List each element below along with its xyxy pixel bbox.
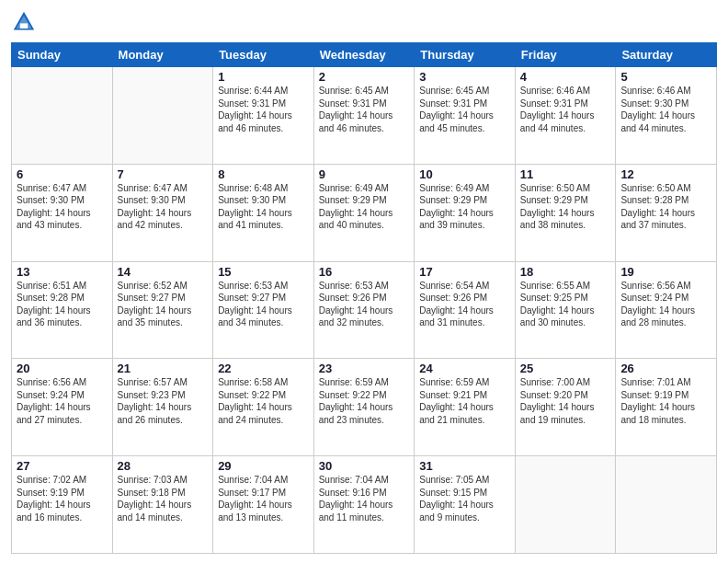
day-info: Sunrise: 6:45 AM Sunset: 9:31 PM Dayligh… (419, 85, 510, 134)
day-number: 3 (419, 70, 510, 84)
day-info: Sunrise: 6:57 AM Sunset: 9:23 PM Dayligh… (118, 376, 209, 426)
calendar-cell: 2Sunrise: 6:45 AM Sunset: 9:31 PM Daylig… (313, 67, 415, 165)
calendar-cell: 13Sunrise: 6:51 AM Sunset: 9:28 PM Dayli… (12, 261, 113, 359)
day-info: Sunrise: 6:44 AM Sunset: 9:31 PM Dayligh… (218, 85, 309, 134)
calendar-cell: 16Sunrise: 6:53 AM Sunset: 9:26 PM Dayli… (313, 261, 415, 359)
day-number: 12 (620, 167, 711, 181)
calendar-week-1: 1Sunrise: 6:44 AM Sunset: 9:31 PM Daylig… (12, 67, 717, 165)
calendar-cell: 9Sunrise: 6:49 AM Sunset: 9:29 PM Daylig… (313, 164, 415, 261)
calendar-cell: 18Sunrise: 6:55 AM Sunset: 9:25 PM Dayli… (515, 261, 616, 359)
calendar-cell: 5Sunrise: 6:46 AM Sunset: 9:30 PM Daylig… (616, 67, 717, 165)
day-info: Sunrise: 7:03 AM Sunset: 9:18 PM Dayligh… (118, 474, 209, 523)
day-number: 20 (17, 362, 108, 375)
day-number: 22 (218, 362, 309, 375)
day-info: Sunrise: 6:51 AM Sunset: 9:28 PM Dayligh… (17, 280, 108, 329)
day-info: Sunrise: 6:49 AM Sunset: 9:29 PM Dayligh… (319, 182, 410, 232)
day-header-monday: Monday (112, 43, 213, 67)
calendar-cell (616, 456, 717, 554)
day-number: 13 (17, 265, 108, 279)
calendar-cell (112, 67, 213, 165)
day-info: Sunrise: 6:47 AM Sunset: 9:30 PM Dayligh… (17, 182, 108, 232)
day-number: 15 (218, 265, 309, 279)
day-header-sunday: Sunday (12, 43, 113, 67)
calendar-cell: 21Sunrise: 6:57 AM Sunset: 9:23 PM Dayli… (112, 359, 213, 456)
calendar-cell: 6Sunrise: 6:47 AM Sunset: 9:30 PM Daylig… (12, 164, 113, 261)
day-info: Sunrise: 6:59 AM Sunset: 9:21 PM Dayligh… (419, 376, 510, 426)
calendar-header-row: SundayMondayTuesdayWednesdayThursdayFrid… (12, 43, 717, 67)
calendar-cell: 25Sunrise: 7:00 AM Sunset: 9:20 PM Dayli… (515, 359, 616, 456)
calendar-cell: 26Sunrise: 7:01 AM Sunset: 9:19 PM Dayli… (616, 359, 717, 456)
day-info: Sunrise: 7:02 AM Sunset: 9:19 PM Dayligh… (17, 474, 108, 523)
day-info: Sunrise: 6:46 AM Sunset: 9:30 PM Dayligh… (620, 85, 711, 134)
day-number: 1 (218, 70, 309, 84)
calendar-cell: 3Sunrise: 6:45 AM Sunset: 9:31 PM Daylig… (415, 67, 516, 165)
calendar-cell: 11Sunrise: 6:50 AM Sunset: 9:29 PM Dayli… (515, 164, 616, 261)
day-info: Sunrise: 6:53 AM Sunset: 9:27 PM Dayligh… (218, 280, 309, 329)
calendar-cell: 15Sunrise: 6:53 AM Sunset: 9:27 PM Dayli… (213, 261, 314, 359)
day-info: Sunrise: 6:49 AM Sunset: 9:29 PM Dayligh… (419, 182, 510, 232)
calendar-cell: 29Sunrise: 7:04 AM Sunset: 9:17 PM Dayli… (213, 456, 314, 554)
logo (11, 9, 40, 35)
calendar-cell (515, 456, 616, 554)
day-header-wednesday: Wednesday (313, 43, 415, 67)
day-number: 14 (118, 265, 209, 279)
day-info: Sunrise: 6:46 AM Sunset: 9:31 PM Dayligh… (520, 85, 611, 134)
day-info: Sunrise: 6:54 AM Sunset: 9:26 PM Dayligh… (419, 280, 510, 329)
day-header-saturday: Saturday (616, 43, 717, 67)
day-number: 2 (319, 70, 410, 84)
calendar-cell: 27Sunrise: 7:02 AM Sunset: 9:19 PM Dayli… (12, 456, 113, 554)
day-info: Sunrise: 6:59 AM Sunset: 9:22 PM Dayligh… (319, 376, 410, 426)
calendar-cell: 4Sunrise: 6:46 AM Sunset: 9:31 PM Daylig… (515, 67, 616, 165)
day-header-thursday: Thursday (415, 43, 516, 67)
day-number: 6 (17, 167, 108, 181)
day-number: 21 (118, 362, 209, 375)
day-info: Sunrise: 7:04 AM Sunset: 9:17 PM Dayligh… (218, 474, 309, 523)
calendar-week-5: 27Sunrise: 7:02 AM Sunset: 9:19 PM Dayli… (12, 456, 717, 554)
day-number: 7 (118, 167, 209, 181)
day-number: 29 (218, 459, 309, 473)
day-info: Sunrise: 6:52 AM Sunset: 9:27 PM Dayligh… (118, 280, 209, 329)
calendar-cell: 1Sunrise: 6:44 AM Sunset: 9:31 PM Daylig… (213, 67, 314, 165)
day-number: 9 (319, 167, 410, 181)
calendar-cell: 31Sunrise: 7:05 AM Sunset: 9:15 PM Dayli… (415, 456, 516, 554)
day-number: 8 (218, 167, 309, 181)
day-number: 10 (419, 167, 510, 181)
day-info: Sunrise: 6:48 AM Sunset: 9:30 PM Dayligh… (218, 182, 309, 232)
header (11, 9, 717, 35)
calendar-cell: 24Sunrise: 6:59 AM Sunset: 9:21 PM Dayli… (415, 359, 516, 456)
day-info: Sunrise: 6:55 AM Sunset: 9:25 PM Dayligh… (520, 280, 611, 329)
day-number: 5 (620, 70, 711, 84)
day-number: 18 (520, 265, 611, 279)
page-container: SundayMondayTuesdayWednesdayThursdayFrid… (0, 0, 728, 563)
day-info: Sunrise: 6:45 AM Sunset: 9:31 PM Dayligh… (319, 85, 410, 134)
day-info: Sunrise: 7:04 AM Sunset: 9:16 PM Dayligh… (319, 474, 410, 523)
calendar-cell: 20Sunrise: 6:56 AM Sunset: 9:24 PM Dayli… (12, 359, 113, 456)
calendar-week-2: 6Sunrise: 6:47 AM Sunset: 9:30 PM Daylig… (12, 164, 717, 261)
day-info: Sunrise: 6:47 AM Sunset: 9:30 PM Dayligh… (118, 182, 209, 232)
day-number: 23 (319, 362, 410, 375)
day-number: 30 (319, 459, 410, 473)
day-info: Sunrise: 6:53 AM Sunset: 9:26 PM Dayligh… (319, 280, 410, 329)
calendar-cell: 17Sunrise: 6:54 AM Sunset: 9:26 PM Dayli… (415, 261, 516, 359)
calendar-cell: 28Sunrise: 7:03 AM Sunset: 9:18 PM Dayli… (112, 456, 213, 554)
day-number: 16 (319, 265, 410, 279)
calendar-table: SundayMondayTuesdayWednesdayThursdayFrid… (11, 42, 717, 554)
svg-rect-2 (20, 23, 28, 29)
day-number: 19 (620, 265, 711, 279)
day-number: 24 (419, 362, 510, 375)
calendar-week-4: 20Sunrise: 6:56 AM Sunset: 9:24 PM Dayli… (12, 359, 717, 456)
day-number: 4 (520, 70, 611, 84)
day-info: Sunrise: 7:01 AM Sunset: 9:19 PM Dayligh… (620, 376, 711, 426)
day-number: 31 (419, 459, 510, 473)
day-number: 27 (17, 459, 108, 473)
calendar-cell: 19Sunrise: 6:56 AM Sunset: 9:24 PM Dayli… (616, 261, 717, 359)
calendar-cell: 12Sunrise: 6:50 AM Sunset: 9:28 PM Dayli… (616, 164, 717, 261)
day-number: 28 (118, 459, 209, 473)
day-info: Sunrise: 6:58 AM Sunset: 9:22 PM Dayligh… (218, 376, 309, 426)
calendar-cell: 30Sunrise: 7:04 AM Sunset: 9:16 PM Dayli… (313, 456, 415, 554)
day-info: Sunrise: 6:50 AM Sunset: 9:29 PM Dayligh… (520, 182, 611, 232)
calendar-cell (12, 67, 113, 165)
day-info: Sunrise: 6:50 AM Sunset: 9:28 PM Dayligh… (620, 182, 711, 232)
calendar-cell: 8Sunrise: 6:48 AM Sunset: 9:30 PM Daylig… (213, 164, 314, 261)
day-number: 25 (520, 362, 611, 375)
